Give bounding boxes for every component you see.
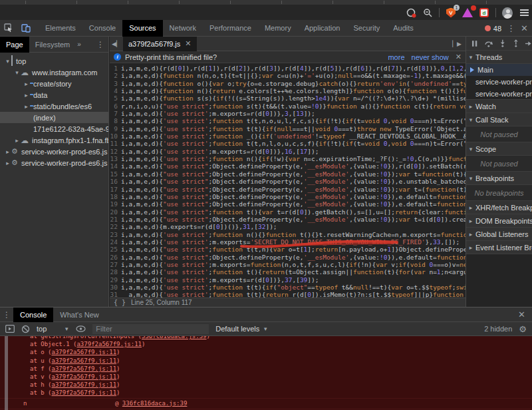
code-line[interactable]: 28i,a,m,e,d){'use strict';function t(){r… xyxy=(110,268,466,276)
line-number[interactable]: 4 xyxy=(110,87,121,95)
tree-item[interactable]: 171e6122-632a-45ae-9698 xyxy=(0,123,108,134)
line-number[interactable]: 5 xyxy=(110,95,121,102)
line-number[interactable]: 11 xyxy=(110,140,121,147)
stack-call-row[interactable]: n@ 336fc816daca.js:39 xyxy=(0,398,532,408)
section-header-xhr-fetch-breakpoints[interactable]: ▸XHR/fetch Breakpoints xyxy=(466,200,532,214)
source-link[interactable]: a379f2a567f9.js:11 xyxy=(52,389,117,396)
section-header-scope[interactable]: ▾Scope xyxy=(466,142,532,156)
inspect-icon[interactable] xyxy=(0,20,17,36)
line-number[interactable]: 19 xyxy=(110,200,121,208)
tab-list-forward-icon[interactable]: ▏▶ xyxy=(452,41,466,47)
line-number[interactable]: 12 xyxy=(110,148,121,155)
code-line[interactable]: 14i,a,m,e,d){"use strict";Object.defineP… xyxy=(110,162,466,170)
line-number[interactable]: 25 xyxy=(110,246,121,253)
section-header-dom-breakpoints[interactable]: ▸DOM Breakpoints xyxy=(466,214,532,228)
chevron-down-icon[interactable]: ▾ xyxy=(13,69,21,76)
thread-item[interactable]: service-worker-pr... xyxy=(466,76,532,88)
line-number[interactable]: 7 xyxy=(110,110,121,117)
tab-console[interactable]: Console xyxy=(82,20,122,37)
tab-page[interactable]: Page xyxy=(0,37,29,53)
line-number[interactable]: 3 xyxy=(110,80,121,87)
chevron-right-icon[interactable]: ▸ xyxy=(13,137,21,144)
section-header-breakpoints[interactable]: ▾Breakpoints xyxy=(466,171,532,185)
error-count-badge[interactable]: 48 xyxy=(485,25,501,33)
device-toolbar-icon[interactable] xyxy=(17,20,35,36)
drawer-kebab-icon[interactable]: ⋮ xyxy=(0,310,13,319)
line-number[interactable]: 17 xyxy=(110,186,121,193)
chevron-right-icon[interactable]: ▸ xyxy=(4,148,11,155)
code-line[interactable]: 24i,a,m,e,d){'use strict';m.exports='SEC… xyxy=(110,238,466,246)
console-scrollbar[interactable] xyxy=(5,336,8,410)
log-level-selector[interactable]: Default levels ▼ xyxy=(215,325,268,333)
line-number[interactable]: 24 xyxy=(110,238,121,246)
tab-memory[interactable]: Memory xyxy=(258,20,298,37)
line-number[interactable]: 16 xyxy=(110,178,121,185)
tab-filesystem[interactable]: Filesystem xyxy=(29,37,76,53)
line-number[interactable]: 9 xyxy=(110,125,121,132)
drawer-close-icon[interactable]: ✕ xyxy=(518,309,532,319)
section-header-call-stack[interactable]: ▾Call Stack xyxy=(466,112,532,126)
code-line[interactable]: 25i,a,m,e,d){"use strict";function t(t,n… xyxy=(110,246,466,253)
live-expression-eye-icon[interactable] xyxy=(76,325,86,332)
code-line[interactable]: 8i,a,m,e,d){'use strict';function t(t,n,… xyxy=(110,117,466,124)
code-line[interactable]: 21i,a,m,e,d){"use strict";Object.defineP… xyxy=(110,216,466,223)
line-number[interactable]: 27 xyxy=(110,261,121,268)
source-link[interactable]: a379f2a567f9.js:11 xyxy=(52,365,117,372)
line-number[interactable]: 1 xyxy=(110,65,121,72)
line-number[interactable]: 10 xyxy=(110,132,121,140)
browser-tabstrip[interactable] xyxy=(0,0,532,5)
line-number[interactable]: 15 xyxy=(110,170,121,178)
line-number[interactable]: 21 xyxy=(110,216,121,223)
line-number[interactable]: 20 xyxy=(110,208,121,216)
code-line[interactable]: 15i,a,m,e,d){"use strict";Object.defineP… xyxy=(110,170,466,178)
section-header-threads[interactable]: ▾Threads xyxy=(466,50,532,64)
tab-security[interactable]: Security xyxy=(346,20,386,37)
tab-close-icon[interactable]: ✕ xyxy=(185,39,191,48)
tree-item[interactable]: ▸⚙service-worker-prod-es6.js xyxy=(0,146,108,157)
menu-icon[interactable] xyxy=(519,7,529,18)
section-header-event-listener-breakpoints[interactable]: ▸Event Listener Breakpoints xyxy=(466,240,532,254)
code-line[interactable]: 30i,a,m,e,d){'use strict';function t(t){… xyxy=(110,284,466,291)
pause-icon[interactable] xyxy=(471,40,478,47)
code-line[interactable]: 2i,a,m,e,d){function n(n,o,t){t=t||{};va… xyxy=(110,72,466,79)
editor-file-tab[interactable]: a379f2a567f9.js ✕ xyxy=(123,37,197,51)
console-settings-gear-icon[interactable]: ⚙ xyxy=(519,324,527,334)
source-link[interactable]: a379f2a567f9.js:11 xyxy=(76,341,142,347)
code-line[interactable]: 7i,a,m,e,d){'use strict';m.exports=r(d[0… xyxy=(110,110,466,117)
source-link[interactable]: 336fc816daca.js:39 xyxy=(122,400,188,407)
line-number[interactable]: 23 xyxy=(110,231,121,238)
chevron-right-icon[interactable]: ▸ xyxy=(23,103,30,110)
tab-application[interactable]: Application xyxy=(298,20,347,37)
line-number[interactable]: 14 xyxy=(110,162,121,170)
banner-close-icon[interactable]: ✕ xyxy=(456,53,462,61)
line-number[interactable]: 6 xyxy=(110,102,121,110)
banner-more-link[interactable]: more xyxy=(388,53,404,61)
reader-icon[interactable]: d xyxy=(479,7,489,18)
section-header-global-listeners[interactable]: ▸Global Listeners xyxy=(466,227,532,241)
pretty-print-icon[interactable]: { } xyxy=(114,299,126,306)
section-header-watch[interactable]: ▸Watch xyxy=(466,99,532,113)
source-link[interactable]: a379f2a567f9.js:11 xyxy=(52,349,117,355)
step-out-icon[interactable] xyxy=(513,39,519,47)
code-line[interactable]: 13i,a,m,e,d){'use strict';function n(){i… xyxy=(110,155,466,162)
code-line[interactable]: 31 a,m,e,d){'use strict';function t(t){r… xyxy=(110,291,466,298)
code-line[interactable]: 6r,n,i,o,u){"use strict";function s(t){t… xyxy=(110,102,466,110)
chevron-right-icon[interactable]: ▸ xyxy=(4,160,11,166)
line-number[interactable]: 8 xyxy=(110,117,121,124)
code-line[interactable]: 27i,a,m,e,d){'use strict';m.exports=func… xyxy=(110,261,466,268)
code-line[interactable]: 4i,a,m,e,d){function n(){return e.colors… xyxy=(110,87,466,95)
console-output[interactable]: at getStringsForCurrentInputs (336fc816d… xyxy=(0,336,532,410)
tree-item[interactable]: ▸data xyxy=(0,89,108,101)
tree-item[interactable]: ▸⚙service-worker-prod-es6.js xyxy=(0,157,108,168)
code-line[interactable]: 19i,a,m,e,d){"use strict";Object.defineP… xyxy=(110,200,466,208)
code-line[interactable]: 5i,a,m,e,d){function s(s){if(!((s=String… xyxy=(110,95,466,102)
tree-item[interactable]: ▸☁instagram.fphx1-1.fna.fbcdn.net xyxy=(0,134,108,146)
code-line[interactable]: 17i,a,m,e,d){"use strict";Object.defineP… xyxy=(110,186,466,193)
source-link[interactable]: a379f2a567f9.js:11 xyxy=(52,381,117,388)
tree-item[interactable]: ▸create/story xyxy=(0,78,108,89)
line-number[interactable]: 28 xyxy=(110,268,121,276)
thread-item[interactable]: Main xyxy=(466,64,532,76)
source-link[interactable]: 336fc816daca.js:39 xyxy=(142,336,207,339)
tab-network[interactable]: Network xyxy=(163,20,203,37)
source-link[interactable]: a379f2a567f9.js:11 xyxy=(52,357,117,364)
